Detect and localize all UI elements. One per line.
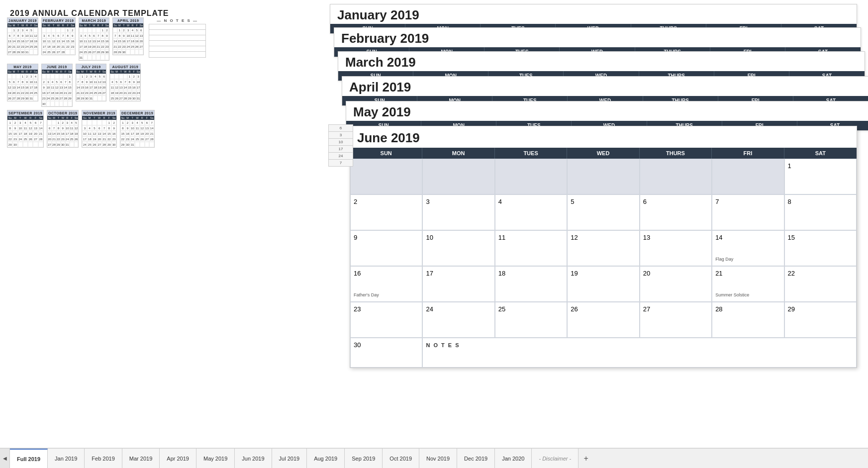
large-cal-jun: June 2019 SUN MON TUES WED THURS FRI SAT… [350, 126, 857, 368]
main-area: 2019 ANNUAL CALENDAR TEMPLATE JANUARY 20… [0, 0, 868, 448]
cal-cell-empty [422, 159, 494, 194]
cal-cell-24: 24 [422, 302, 494, 338]
mini-cal-jun: JUNE 2019 SuMTWRFSa 1 2345678 9101112131… [41, 64, 73, 107]
cal-cell-29: 29 [784, 302, 857, 338]
tab-dec2019[interactable]: Dec 2019 [457, 449, 495, 468]
mini-cal-feb-header: SuMTWRFSa [42, 23, 75, 27]
cal-cell-15: 15 [784, 230, 857, 266]
large-cal-mar-title: March 2019 [338, 52, 865, 71]
tab-mar2019[interactable]: Mar 2019 [122, 449, 160, 468]
mini-cal-sep: SEPTEMBER 2019 SuMTWRFSa 1234567 8910111… [7, 110, 44, 148]
cal-cell-10: 10 [422, 230, 494, 266]
cal-cell-27: 27 [640, 302, 712, 338]
cal-cell-21: 21Summer Solstice [712, 266, 784, 302]
cal-cell-3: 3 [422, 194, 494, 230]
cal-cell-22: 22 [784, 266, 857, 302]
tab-disclaimer[interactable]: - Disclaimer - [532, 449, 579, 468]
tab-apr2019[interactable]: Apr 2019 [160, 449, 196, 468]
notes-panel-top: — N O T E S — [149, 17, 206, 58]
tab-jan2020[interactable]: Jan 2020 [495, 449, 532, 468]
cal-cell-11: 11 [495, 230, 567, 266]
mini-cal-oct: OCTOBER 2019 SuMTWRFSa 12345 6789101112 … [47, 110, 79, 148]
tab-scroll-left[interactable]: ◀ [0, 449, 10, 468]
notes-line [149, 46, 205, 52]
mini-cal-dec: DECEMBER 2019 SuMTWRFSa 1234567 89101112… [120, 110, 155, 148]
mini-cal-feb: FEBRUARY 2019 SuMTWRFSa 12 3456789 10111… [41, 17, 76, 55]
mini-cal-aug: AUGUST 2019 SuMTWRFSa 123 45678910 11121… [109, 64, 141, 101]
tab-aug2019[interactable]: Aug 2019 [307, 449, 345, 468]
mini-cal-apr-body: 123456 78910111213 14151617181920 212223… [113, 27, 143, 55]
notes-line [149, 52, 205, 57]
notes-line [149, 30, 205, 35]
cal-cell-19: 19 [567, 266, 639, 302]
mini-cal-mar: MARCH 2019 SuMTWRFSa 12 3456789 10111213… [79, 17, 110, 61]
cal-cell-7: 7 [712, 194, 784, 230]
cal-cell-16: 16Father's Day [350, 266, 422, 302]
mini-cal-apr-title: APRIL 2019 [113, 18, 143, 23]
cal-cell-empty [495, 159, 567, 194]
cal-cell-empty [350, 159, 422, 194]
mini-cal-jan: JANUARY 2019 SuMTWRFSa 12345 6789101112 … [7, 17, 38, 55]
mini-cal-mar-title: MARCH 2019 [79, 18, 109, 23]
tab-jan2019[interactable]: Jan 2019 [48, 449, 85, 468]
tab-bar: ◀ Full 2019 Jan 2019 Feb 2019 Mar 2019 A… [0, 448, 868, 468]
small-cal-row-3: SEPTEMBER 2019 SuMTWRFSa 1234567 8910111… [7, 110, 325, 148]
tab-jun2019[interactable]: Jun 2019 [235, 449, 272, 468]
mini-cal-jan-body: 12345 6789101112 13141516171819 20212223… [7, 27, 38, 55]
cal-cell-23: 23 [350, 302, 422, 338]
cal-cell-30: 30 [350, 338, 422, 368]
cal-cell-empty [712, 159, 784, 194]
notes-label-top: — N O T E S — [149, 17, 206, 24]
tab-full2019[interactable]: Full 2019 [10, 449, 48, 468]
tab-oct2019[interactable]: Oct 2019 [383, 449, 419, 468]
mini-cal-may: MAY 2019 SuMTWRFSa 1234 567891011 121314… [7, 64, 38, 101]
tab-jul2019[interactable]: Jul 2019 [272, 449, 307, 468]
cal-cell-17: 17 [422, 266, 494, 302]
mini-cal-jan-header: SuMTWRFSa [7, 23, 38, 27]
cal-cell-28: 28 [712, 302, 784, 338]
cal-cell-empty [567, 159, 639, 194]
tab-nov2019[interactable]: Nov 2019 [419, 449, 457, 468]
page-title: 2019 ANNUAL CALENDAR TEMPLATE [10, 9, 169, 18]
mini-cal-jul: JULY 2019 SuMTWRFSa 123456 78910111213 1… [76, 64, 107, 101]
large-cal-jun-header: SUN MON TUES WED THURS FRI SAT [350, 148, 857, 159]
cal-cell-9: 9 [350, 230, 422, 266]
cal-cell-20: 20 [640, 266, 712, 302]
mini-cal-jan-title: JANUARY 2019 [7, 18, 38, 23]
small-calendars-panel: JANUARY 2019 SuMTWRFSa 12345 6789101112 … [7, 17, 325, 148]
cal-cell-1: 1 [784, 159, 857, 194]
large-cal-jun-body: 1 2 3 4 5 6 7 8 9 10 11 12 13 14Flag Day… [350, 159, 857, 368]
mini-cal-apr-header: SuMTWRFSa [113, 23, 143, 27]
large-cal-apr-title: April 2019 [342, 77, 868, 96]
cal-cell-25: 25 [495, 302, 567, 338]
cal-cell-13: 13 [640, 230, 712, 266]
cal-cell-26: 26 [567, 302, 639, 338]
mini-cal-mar-header: SuMTWRFSa [79, 23, 109, 27]
tab-sep2019[interactable]: Sep 2019 [345, 449, 383, 468]
large-cal-jan-title: January 2019 [330, 4, 857, 24]
tab-feb2019[interactable]: Feb 2019 [85, 449, 122, 468]
cal-cell-empty [640, 159, 712, 194]
week-sidebar: 6 3 10 17 24 7 [328, 124, 353, 167]
cal-cell-5: 5 [567, 194, 639, 230]
notes-lines-top [149, 24, 206, 58]
mini-cal-apr: APRIL 2019 SuMTWRFSa 123456 78910111213 … [112, 17, 144, 55]
large-cal-jun-title: June 2019 [350, 126, 857, 148]
small-cal-row-1: JANUARY 2019 SuMTWRFSa 12345 6789101112 … [7, 17, 325, 61]
cal-cell-4: 4 [495, 194, 567, 230]
cal-cell-6: 6 [640, 194, 712, 230]
mini-cal-feb-body: 12 3456789 10111213141516 17181920212223… [42, 27, 75, 55]
small-cal-row-2: MAY 2019 SuMTWRFSa 1234 567891011 121314… [7, 64, 325, 107]
tab-add-button[interactable]: + [579, 449, 593, 468]
mini-cal-mar-body: 12 3456789 10111213141516 17181920212223… [79, 27, 109, 60]
cal-cell-2: 2 [350, 194, 422, 230]
cal-cell-18: 18 [495, 266, 567, 302]
large-cal-may-title: May 2019 [346, 101, 868, 121]
notes-line [149, 41, 205, 46]
notes-line [149, 35, 205, 41]
cal-notes-footer: N O T E S [422, 338, 857, 368]
tab-may2019[interactable]: May 2019 [196, 449, 235, 468]
cal-cell-12: 12 [567, 230, 639, 266]
mini-cal-nov: NOVEMBER 2019 SuMTWRFSa 12 3456789 10111… [82, 110, 116, 148]
cal-cell-14: 14Flag Day [712, 230, 784, 266]
